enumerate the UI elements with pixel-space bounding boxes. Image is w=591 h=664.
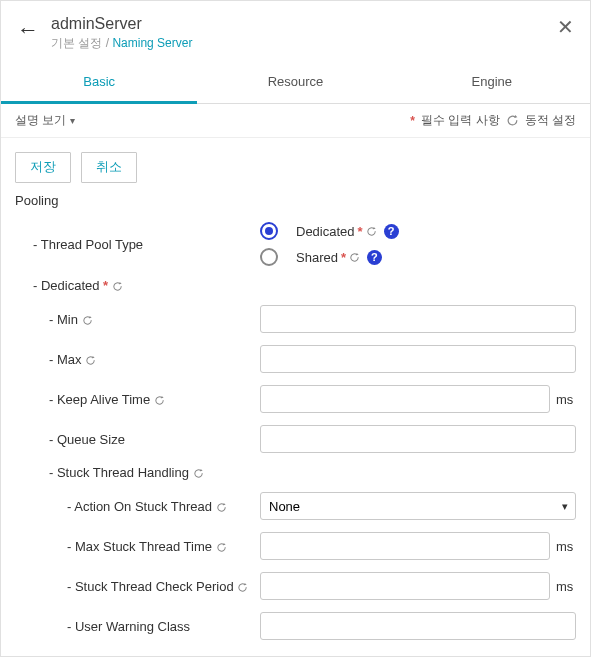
dynamic-legend-label: 동적 설정 bbox=[525, 112, 576, 129]
row-min: - Min bbox=[1, 299, 590, 339]
row-action-stuck: - Action On Stuck Thread ▾ bbox=[1, 486, 590, 526]
min-input[interactable] bbox=[260, 305, 576, 333]
row-queue-size: - Queue Size bbox=[1, 419, 590, 459]
label-stuck-handling: - Stuck Thread Handling bbox=[15, 465, 260, 480]
label-action-stuck: - Action On Stuck Thread bbox=[15, 499, 260, 514]
user-warning-class-input[interactable] bbox=[260, 612, 576, 640]
help-icon[interactable]: ? bbox=[384, 224, 399, 239]
page-header: ← adminServer 기본 설정 / Naming Server ✕ bbox=[1, 1, 590, 62]
required-star-icon: * bbox=[103, 278, 108, 293]
label-thread-pool-type: - Thread Pool Type bbox=[15, 237, 260, 252]
label-dedicated: - Dedicated * bbox=[15, 278, 260, 293]
breadcrumb-root[interactable]: 기본 설정 bbox=[51, 36, 102, 50]
action-stuck-select[interactable]: ▾ bbox=[260, 492, 576, 520]
refresh-icon bbox=[82, 315, 93, 326]
tab-basic[interactable]: Basic bbox=[1, 62, 197, 104]
label-max: - Max bbox=[15, 352, 260, 367]
section-title-pooling: Pooling bbox=[1, 193, 590, 216]
radio-dedicated-label-group: Dedicated * ? bbox=[296, 224, 399, 239]
save-button[interactable]: 저장 bbox=[15, 152, 71, 183]
radio-shared-label-group: Shared * ? bbox=[296, 250, 382, 265]
refresh-icon bbox=[85, 355, 96, 366]
refresh-icon bbox=[193, 468, 204, 479]
label-stuck-check-period-text: - Stuck Thread Check Period bbox=[67, 579, 234, 594]
unit-ms: ms bbox=[556, 579, 576, 594]
row-max-stuck-time: - Max Stuck Thread Time ms bbox=[1, 526, 590, 566]
max-input[interactable] bbox=[260, 345, 576, 373]
radio-shared-label: Shared bbox=[296, 250, 338, 265]
row-stuck-handling: - Stuck Thread Handling bbox=[1, 459, 590, 486]
required-star-icon: * bbox=[358, 224, 363, 239]
label-max-stuck-time: - Max Stuck Thread Time bbox=[15, 539, 260, 554]
refresh-icon bbox=[366, 226, 377, 237]
refresh-icon bbox=[216, 502, 227, 513]
radio-shared[interactable] bbox=[260, 248, 278, 266]
label-queue-size: - Queue Size bbox=[15, 432, 260, 447]
thread-pool-type-radio-group: Dedicated * ? Shared * ? bbox=[260, 222, 399, 266]
radio-dedicated-label: Dedicated bbox=[296, 224, 355, 239]
description-toggle-label: 설명 보기 bbox=[15, 112, 66, 129]
unit-ms: ms bbox=[556, 539, 576, 554]
help-icon[interactable]: ? bbox=[367, 250, 382, 265]
label-dedicated-text: - Dedicated bbox=[33, 278, 99, 293]
row-keep-alive: - Keep Alive Time ms bbox=[1, 379, 590, 419]
row-thread-pool-type: - Thread Pool Type Dedicated * ? Shared … bbox=[1, 216, 590, 272]
required-star-icon: * bbox=[341, 250, 346, 265]
label-min-text: - Min bbox=[49, 312, 78, 327]
close-icon[interactable]: ✕ bbox=[557, 15, 574, 39]
label-action-stuck-text: - Action On Stuck Thread bbox=[67, 499, 212, 514]
refresh-icon bbox=[237, 582, 248, 593]
action-buttons: 저장 취소 bbox=[1, 138, 590, 193]
cancel-button[interactable]: 취소 bbox=[81, 152, 137, 183]
stuck-check-period-input[interactable] bbox=[260, 572, 550, 600]
label-min: - Min bbox=[15, 312, 260, 327]
breadcrumb-current[interactable]: Naming Server bbox=[112, 36, 192, 50]
keep-alive-input[interactable] bbox=[260, 385, 550, 413]
refresh-icon bbox=[112, 281, 123, 292]
legend-bar: 설명 보기 ▾ * 필수 입력 사항 동적 설정 bbox=[1, 104, 590, 138]
tab-resource[interactable]: Resource bbox=[197, 62, 393, 103]
label-stuck-handling-text: - Stuck Thread Handling bbox=[49, 465, 189, 480]
radio-shared-line: Shared * ? bbox=[260, 248, 399, 266]
queue-size-input[interactable] bbox=[260, 425, 576, 453]
back-arrow-icon[interactable]: ← bbox=[17, 17, 39, 43]
required-legend-label: 필수 입력 사항 bbox=[421, 112, 500, 129]
breadcrumb: 기본 설정 / Naming Server bbox=[51, 35, 557, 52]
required-star-icon: * bbox=[410, 114, 415, 128]
title-block: adminServer 기본 설정 / Naming Server bbox=[51, 15, 557, 52]
label-stuck-check-period: - Stuck Thread Check Period bbox=[15, 579, 260, 594]
description-toggle[interactable]: 설명 보기 ▾ bbox=[15, 112, 75, 129]
tab-engine[interactable]: Engine bbox=[394, 62, 590, 103]
label-keep-alive: - Keep Alive Time bbox=[15, 392, 260, 407]
row-user-warning-class: - User Warning Class bbox=[1, 606, 590, 656]
action-stuck-value[interactable] bbox=[260, 492, 576, 520]
unit-ms: ms bbox=[556, 392, 576, 407]
refresh-icon bbox=[154, 395, 165, 406]
label-user-warning-class: - User Warning Class bbox=[15, 619, 260, 634]
breadcrumb-sep: / bbox=[106, 36, 109, 50]
radio-dedicated[interactable] bbox=[260, 222, 278, 240]
row-max: - Max bbox=[1, 339, 590, 379]
refresh-icon bbox=[216, 542, 227, 553]
tabs: Basic Resource Engine bbox=[1, 62, 590, 104]
label-keep-alive-text: - Keep Alive Time bbox=[49, 392, 150, 407]
label-max-text: - Max bbox=[49, 352, 82, 367]
refresh-icon bbox=[349, 252, 360, 263]
row-stuck-check-period: - Stuck Thread Check Period ms bbox=[1, 566, 590, 606]
refresh-icon bbox=[506, 114, 519, 127]
radio-dedicated-line: Dedicated * ? bbox=[260, 222, 399, 240]
max-stuck-time-input[interactable] bbox=[260, 532, 550, 560]
row-dedicated: - Dedicated * bbox=[1, 272, 590, 299]
radio-dot-icon bbox=[265, 227, 273, 235]
chevron-down-icon: ▾ bbox=[70, 115, 75, 126]
legend-right: * 필수 입력 사항 동적 설정 bbox=[410, 112, 576, 129]
label-max-stuck-time-text: - Max Stuck Thread Time bbox=[67, 539, 212, 554]
page-title: adminServer bbox=[51, 15, 557, 33]
